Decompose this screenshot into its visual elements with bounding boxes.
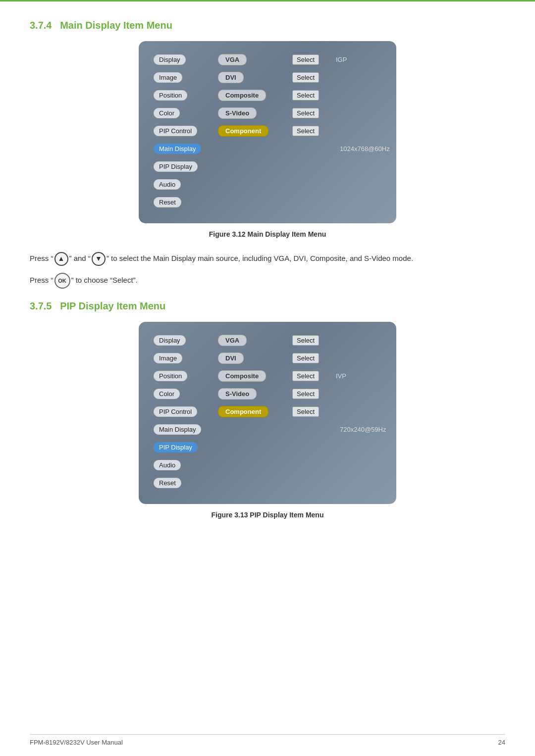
menu-row-audio: Audio	[154, 176, 381, 193]
fig-caption-1: Figure 3.12 Main Display Item Menu	[30, 230, 505, 238]
pip-sidebar-btn-pipdisplay[interactable]: PIP Display	[154, 442, 198, 453]
pip-sidebar-btn-display[interactable]: Display	[154, 335, 186, 346]
pip-resolution-label: 720x240@59Hz	[336, 426, 386, 433]
select-btn-dvi[interactable]: Select	[292, 72, 319, 83]
source-btn-svideo[interactable]: S-Video	[218, 107, 257, 119]
extra-col-vga: IGP	[332, 56, 381, 63]
pip-source-btn-vga[interactable]: VGA	[218, 335, 247, 346]
pip-sidebar-col-reset: Reset	[154, 478, 213, 488]
pip-sidebar-col-maindisplay: Main Display	[154, 424, 213, 435]
footer-left: FPM-8192V/8232V User Manual	[30, 739, 123, 746]
sidebar-btn-maindisplay[interactable]: Main Display	[154, 144, 201, 154]
menu-row-position-composite: Position Composite Select	[154, 87, 381, 103]
footer-right: 24	[498, 739, 505, 746]
pip-source-btn-composite[interactable]: Composite	[218, 370, 266, 382]
sidebar-btn-display[interactable]: Display	[154, 54, 186, 65]
sidebar-col-position: Position	[154, 90, 213, 101]
sidebar-col: Display	[154, 54, 213, 65]
source-btn-component[interactable]: Component	[218, 125, 268, 137]
pip-sidebar-col: Display	[154, 335, 213, 346]
pip-sidebar-btn-image[interactable]: Image	[154, 353, 182, 363]
select-col-svideo: Select	[292, 108, 332, 118]
down-arrow-icon: ▼	[92, 252, 106, 266]
sidebar-col-image: Image	[154, 72, 213, 83]
section-375-number: 3.7.5	[30, 301, 52, 311]
pip-sidebar-btn-maindisplay[interactable]: Main Display	[154, 424, 201, 435]
pip-sidebar-btn-audio[interactable]: Audio	[154, 460, 181, 470]
resolution-text-1: 1024x768@60Hz	[332, 145, 390, 152]
section-374-heading: 3.7.4 Main Display Item Menu	[30, 20, 505, 31]
source-col-component: Component	[218, 125, 287, 137]
select-btn-vga[interactable]: Select	[292, 54, 319, 65]
pip-sidebar-btn-position[interactable]: Position	[154, 371, 187, 381]
pip-row-display-vga: Display VGA Select	[154, 332, 381, 349]
menu-row-display-vga: Display VGA Select IGP	[154, 51, 381, 68]
select-btn-composite[interactable]: Select	[292, 90, 319, 101]
desc-text-1: Press “▲” and “▼” to select the Main Dis…	[30, 252, 505, 266]
menu-row-reset: Reset	[154, 194, 381, 210]
sidebar-btn-color[interactable]: Color	[154, 108, 180, 118]
select-col-component: Select	[292, 126, 332, 136]
source-btn-vga[interactable]: VGA	[218, 54, 247, 65]
pip-sidebar-col-color: Color	[154, 389, 213, 399]
select-col-vga: Select	[292, 54, 332, 65]
source-col-svideo: S-Video	[218, 107, 287, 119]
sidebar-btn-audio[interactable]: Audio	[154, 179, 181, 190]
pip-sidebar-btn-reset[interactable]: Reset	[154, 478, 181, 488]
pip-select-btn-composite[interactable]: Select	[292, 371, 319, 381]
sidebar-btn-pipdisplay[interactable]: PIP Display	[154, 161, 198, 172]
pip-select-col-composite: Select	[292, 371, 332, 381]
sidebar-col-reset: Reset	[154, 197, 213, 207]
pip-sidebar-col-position: Position	[154, 371, 213, 381]
pip-sidebar-btn-color[interactable]: Color	[154, 389, 180, 399]
select-btn-svideo[interactable]: Select	[292, 108, 319, 118]
section-374-number: 3.7.4	[30, 20, 52, 31]
pip-row-pipdisplay: PIP Display	[154, 439, 381, 455]
select-btn-component[interactable]: Select	[292, 126, 319, 136]
section-375-title: PIP Display Item Menu	[60, 301, 165, 311]
pip-row-maindisplay: Main Display 720x240@59Hz	[154, 421, 381, 438]
pip-row-image-dvi: Image DVI Select	[154, 350, 381, 366]
pip-select-btn-svideo[interactable]: Select	[292, 389, 319, 399]
pip-source-col-svideo: S-Video	[218, 388, 287, 400]
footer: FPM-8192V/8232V User Manual 24	[30, 734, 505, 746]
pip-resolution-text: 720x240@59Hz	[332, 426, 386, 433]
pip-source-btn-component[interactable]: Component	[218, 406, 268, 417]
pip-select-col-svideo: Select	[292, 389, 332, 399]
pip-source-col-composite: Composite	[218, 370, 287, 382]
pip-select-col-dvi: Select	[292, 353, 332, 363]
section-375-heading: 3.7.5 PIP Display Item Menu	[30, 301, 505, 312]
sidebar-col-color: Color	[154, 108, 213, 118]
resolution-label-1: 1024x768@60Hz	[336, 145, 390, 152]
pip-source-btn-dvi[interactable]: DVI	[218, 353, 244, 364]
sidebar-btn-position[interactable]: Position	[154, 90, 187, 101]
sidebar-btn-image[interactable]: Image	[154, 72, 182, 83]
pip-select-col-component: Select	[292, 406, 332, 417]
pip-source-btn-svideo[interactable]: S-Video	[218, 388, 257, 400]
pip-source-col-component: Component	[218, 406, 287, 417]
pip-source-col-vga: VGA	[218, 335, 287, 346]
menu-row-maindisplay: Main Display 1024x768@60Hz	[154, 140, 381, 157]
pip-row-pipcontrol-component: PIP Control Component Select	[154, 403, 381, 420]
menu-row-pipdisplay: PIP Display	[154, 158, 381, 175]
pip-select-btn-dvi[interactable]: Select	[292, 353, 319, 363]
menu-row-color-svideo: Color S-Video Select	[154, 104, 381, 121]
source-btn-composite[interactable]: Composite	[218, 90, 266, 101]
select-col-composite: Select	[292, 90, 332, 101]
main-display-menu-panel: Display VGA Select IGP Image DVI Select	[139, 41, 396, 223]
pip-row-reset: Reset	[154, 474, 381, 491]
sidebar-btn-reset[interactable]: Reset	[154, 197, 181, 207]
pip-select-btn-component[interactable]: Select	[292, 406, 319, 417]
sidebar-btn-pipcontrol[interactable]: PIP Control	[154, 126, 197, 136]
pip-select-col-vga: Select	[292, 335, 332, 346]
pip-select-btn-vga[interactable]: Select	[292, 335, 319, 346]
pip-sidebar-btn-pipcontrol[interactable]: PIP Control	[154, 406, 197, 417]
sidebar-col-audio: Audio	[154, 179, 213, 190]
menu-row-image: Image DVI Select	[154, 69, 381, 86]
source-btn-dvi[interactable]: DVI	[218, 72, 244, 83]
pip-source-col-dvi: DVI	[218, 353, 287, 364]
sidebar-col-maindisplay: Main Display	[154, 144, 213, 154]
section-374-title: Main Display Item Menu	[60, 20, 172, 31]
pip-sidebar-col-pipcontrol: PIP Control	[154, 406, 213, 417]
desc-text-2: Press “OK” to choose “Select”.	[30, 273, 505, 289]
